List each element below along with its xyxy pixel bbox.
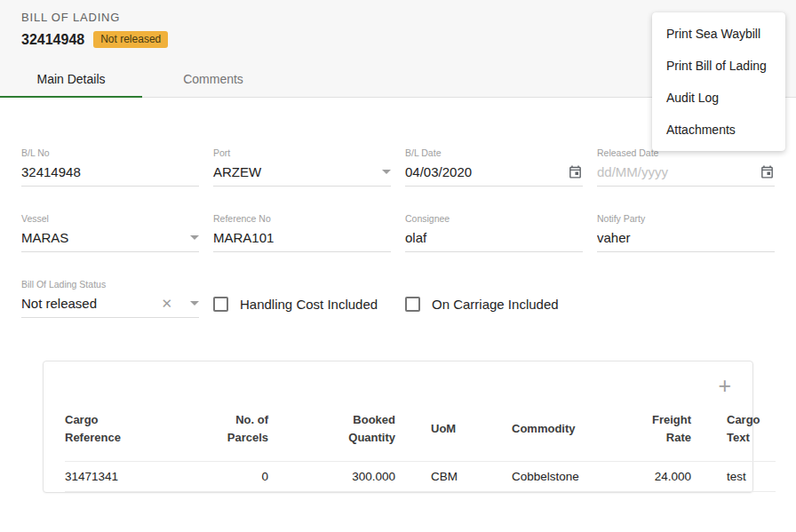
released-date-input[interactable] [597, 164, 760, 179]
col-header-commodity: Commodity [512, 402, 633, 462]
bl-status-value: Not released [21, 296, 161, 311]
consignee-input[interactable] [405, 230, 583, 245]
col-header-booked-quantity: BookedQuantity [268, 402, 395, 462]
menu-item-print-bill-of-lading[interactable]: Print Bill of Lading [652, 50, 785, 82]
vessel-value: MARAS [21, 230, 183, 245]
tab-comments[interactable]: Comments [142, 60, 284, 97]
port-value: ARZEW [213, 164, 375, 179]
port-label: Port [213, 147, 391, 158]
vessel-label: Vessel [21, 213, 199, 224]
cargo-card-toolbar: + [65, 374, 731, 397]
field-bl-status[interactable]: Bill Of Lading Status Not released ✕ [21, 279, 199, 318]
menu-item-attachments[interactable]: Attachments [652, 114, 785, 146]
form-row-3: Bill Of Lading Status Not released ✕ Han… [21, 279, 775, 318]
field-vessel[interactable]: Vessel MARAS [21, 213, 199, 252]
on-carriage-checkbox[interactable] [405, 297, 420, 312]
bl-date-input[interactable] [405, 164, 568, 179]
consignee-label: Consignee [405, 213, 583, 224]
cell-cargo-reference: 31471341 [65, 462, 189, 492]
cell-cargo-text: test [691, 462, 776, 492]
handling-cost-checkbox[interactable] [213, 297, 228, 312]
field-bl-no: B/L No [21, 147, 199, 187]
clear-icon[interactable]: ✕ [161, 297, 172, 310]
notify-party-input[interactable] [597, 230, 775, 245]
reference-no-label: Reference No [213, 213, 391, 224]
chevron-down-icon[interactable] [190, 301, 199, 306]
menu-item-audit-log[interactable]: Audit Log [652, 82, 785, 114]
cargo-table-header-row: CargoReference No. ofParcels BookedQuant… [65, 402, 776, 462]
field-released-date: Released Date [597, 147, 775, 187]
field-port[interactable]: Port ARZEW [213, 147, 391, 187]
chevron-down-icon[interactable] [382, 170, 391, 174]
bl-date-label: B/L Date [405, 147, 583, 158]
main-details-panel: B/L No Port ARZEW B/L Date [0, 98, 796, 493]
reference-no-input[interactable] [213, 230, 391, 245]
field-reference-no: Reference No [213, 213, 391, 252]
menu-item-print-sea-waybill[interactable]: Print Sea Waybill [652, 18, 785, 50]
col-header-freight-rate: FreightRate [633, 402, 691, 462]
actions-menu: Print Sea Waybill Print Bill of Lading A… [652, 12, 785, 151]
cargo-table-card: + CargoReference No. ofParcels [43, 361, 753, 493]
chevron-down-icon[interactable] [190, 235, 199, 240]
status-badge: Not released [93, 31, 168, 48]
cell-no-of-parcels: 0 [189, 462, 268, 492]
cell-booked-quantity: 300.000 [268, 462, 395, 492]
on-carriage-label: On Carriage Included [432, 297, 559, 312]
handling-cost-label: Handling Cost Included [240, 297, 378, 312]
bl-status-label: Bill Of Lading Status [21, 279, 199, 290]
cell-freight-rate: 24.000 [633, 462, 691, 492]
tab-main-details[interactable]: Main Details [0, 60, 142, 97]
cargo-table: CargoReference No. ofParcels BookedQuant… [65, 402, 776, 492]
cargo-table-row[interactable]: 31471341 0 300.000 CBM Cobbelstone 24.00… [65, 462, 776, 492]
bl-no-label: B/L No [21, 147, 199, 158]
bill-of-lading-page: BILL OF LADING 32414948 Not released Mai… [0, 0, 796, 493]
handling-cost-checkbox-item: Handling Cost Included [213, 297, 391, 312]
add-cargo-button[interactable]: + [718, 374, 731, 397]
on-carriage-checkbox-item: On Carriage Included [405, 297, 583, 312]
col-header-cargo-reference: CargoReference [65, 402, 189, 462]
col-header-cargo-text: CargoText [691, 402, 776, 462]
cell-uom: CBM [395, 462, 512, 492]
field-bl-date: B/L Date [405, 147, 583, 187]
cell-commodity: Cobbelstone [512, 462, 633, 492]
calendar-icon[interactable] [760, 164, 775, 179]
form-row-2: Vessel MARAS Reference No Consignee N [21, 213, 775, 252]
field-consignee: Consignee [405, 213, 583, 252]
col-header-no-of-parcels: No. ofParcels [189, 402, 268, 462]
notify-party-label: Notify Party [597, 213, 775, 224]
bl-no-input[interactable] [21, 164, 199, 179]
field-notify-party: Notify Party [597, 213, 775, 252]
col-header-uom: UoM [395, 402, 512, 462]
bl-number: 32414948 [21, 32, 84, 48]
calendar-icon[interactable] [568, 164, 583, 179]
form-row-1: B/L No Port ARZEW B/L Date [21, 147, 775, 187]
